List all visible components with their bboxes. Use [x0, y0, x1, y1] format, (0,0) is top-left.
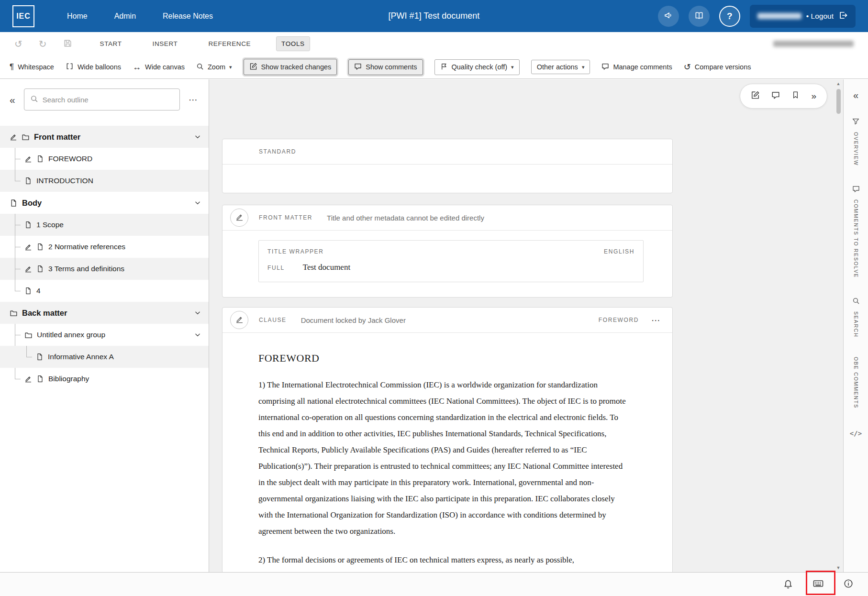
rail-tab-label: COMMENTS TO RESOLVE [853, 199, 859, 278]
zoom-dropdown[interactable]: Zoom ▾ [196, 63, 232, 72]
tree-connector [15, 148, 23, 170]
wide-balloons-button[interactable]: Wide balloons [66, 62, 121, 72]
ribbon-bar: ↺ ↻ START INSERT REFERENCE TOOLS [0, 32, 868, 55]
whitespace-button[interactable]: ¶ Whitespace [10, 62, 54, 72]
more-actions-button[interactable]: » [811, 91, 816, 101]
front-matter-card[interactable]: FRONT MATTER Title and other metadata ca… [222, 205, 673, 298]
announcements-button[interactable] [658, 6, 679, 27]
collapse-outline-button[interactable]: « [7, 93, 18, 107]
locked-icon [24, 375, 32, 383]
search-icon [852, 297, 860, 307]
redo-button[interactable]: ↻ [39, 39, 47, 49]
tab-reference[interactable]: REFERENCE [203, 37, 256, 51]
title-wrapper-box[interactable]: TITLE WRAPPER ENGLISH FULL Test document [258, 240, 644, 282]
search-outline-input[interactable] [43, 96, 174, 104]
document-icon [36, 375, 44, 383]
rail-tab-obe-comments[interactable]: OBE COMMENTS [853, 357, 859, 408]
tab-start[interactable]: START [95, 37, 127, 51]
scroll-down-icon[interactable]: ▼ [836, 563, 841, 572]
standard-card[interactable]: STANDARD [222, 139, 673, 193]
outline-item-body[interactable]: Body [0, 192, 209, 214]
save-button[interactable] [63, 39, 72, 49]
pilcrow-icon: ¶ [10, 62, 14, 72]
outline-item-back-matter[interactable]: Back matter [0, 302, 209, 324]
outline-item-normative-references[interactable]: 2 Normative references [0, 236, 209, 258]
main-area: « ⋯ Front matter [0, 79, 843, 572]
code-view-button[interactable]: </> [850, 430, 862, 437]
rail-tab-overview[interactable]: OVERVIEW [852, 117, 860, 166]
quality-check-dropdown[interactable]: Quality check (off) ▾ [434, 59, 520, 75]
outline-item-scope[interactable]: 1 Scope [0, 214, 209, 236]
chevron-down-icon[interactable] [191, 198, 204, 208]
rail-tab-comments-to-resolve[interactable]: COMMENTS TO RESOLVE [852, 185, 860, 278]
bookmark-icon [791, 91, 800, 101]
notifications-button[interactable] [783, 578, 793, 590]
search-icon [30, 95, 38, 105]
outline-item-clause-4[interactable]: 4 [0, 280, 209, 302]
info-button[interactable] [843, 578, 854, 590]
search-outline-box[interactable] [24, 88, 180, 110]
locked-avatar [230, 209, 248, 227]
clause-body[interactable]: FOREWORD 1) The International Electrotec… [223, 333, 672, 568]
keyboard-shortcuts-button[interactable] [812, 578, 824, 591]
locked-icon [235, 213, 244, 223]
other-actions-dropdown[interactable]: Other actions ▾ [531, 60, 590, 74]
bookmark-button[interactable] [791, 91, 800, 101]
clause-card[interactable]: CLAUSE Document locked by Jack Glover FO… [222, 307, 673, 572]
clause-options-button[interactable]: ⋯ [651, 315, 661, 326]
tree-connector [15, 258, 23, 280]
iec-logo[interactable]: IEC [12, 5, 34, 27]
edit-button[interactable] [751, 90, 760, 102]
logout-label[interactable]: • Logout [806, 12, 834, 21]
outline-item-label: 3 Terms and definitions [48, 265, 124, 273]
help-button[interactable]: ? [719, 6, 740, 27]
scrollbar-thumb[interactable] [836, 89, 841, 114]
document-canvas: STANDARD FRONT MATTER Title and other me… [209, 79, 843, 572]
outline-item-label: Bibliography [48, 375, 89, 383]
undo-button[interactable]: ↺ [14, 39, 22, 49]
tree-connector [15, 324, 23, 346]
language-label: ENGLISH [604, 248, 634, 255]
edit-box-icon [751, 90, 760, 102]
nav-release-notes[interactable]: Release Notes [163, 12, 213, 21]
outline-item-introduction[interactable]: INTRODUCTION [0, 170, 209, 192]
scroll-up-icon[interactable]: ▲ [836, 79, 841, 88]
outline-item-annex-group[interactable]: Untitled annex group [0, 324, 209, 346]
tab-insert[interactable]: INSERT [148, 37, 183, 51]
chevron-down-icon: ▾ [511, 64, 514, 70]
chevron-down-icon[interactable] [191, 330, 204, 340]
outline-item-terms-definitions[interactable]: 3 Terms and definitions [0, 258, 209, 280]
history-icon: ↺ [684, 62, 691, 72]
history-buttons: ↺ ↻ [14, 39, 72, 49]
chevron-down-icon[interactable] [191, 308, 204, 318]
tree-connector [15, 368, 23, 390]
documentation-button[interactable] [689, 6, 710, 27]
add-comment-button[interactable] [771, 91, 780, 102]
show-comments-toggle[interactable]: Show comments [348, 59, 423, 75]
wide-canvas-button[interactable]: ↔ Wide canvas [133, 62, 185, 72]
outline-item-label: FOREWORD [48, 155, 92, 163]
outline-item-foreword[interactable]: FOREWORD [0, 148, 209, 170]
rail-tab-label: SEARCH [853, 311, 859, 338]
tab-tools[interactable]: TOOLS [277, 37, 310, 51]
show-tracked-changes-toggle[interactable]: Show tracked changes [244, 59, 337, 75]
document-scrollbar[interactable]: ▲ ▼ [835, 79, 842, 572]
user-menu[interactable]: • Logout [750, 5, 856, 28]
document-icon [24, 287, 32, 295]
document-full-title[interactable]: Test document [303, 263, 350, 272]
outline-item-informative-annex-a[interactable]: Informative Annex A [0, 346, 209, 368]
document-icon [36, 243, 44, 251]
megaphone-icon [664, 11, 673, 22]
expand-panel-button[interactable]: « [853, 90, 858, 101]
outline-item-front-matter[interactable]: Front matter [0, 126, 209, 148]
rail-tab-search[interactable]: SEARCH [852, 297, 860, 338]
nav-admin[interactable]: Admin [114, 12, 136, 21]
nav-home[interactable]: Home [67, 12, 88, 21]
outline-item-bibliography[interactable]: Bibliography [0, 368, 209, 390]
compare-versions-button[interactable]: ↺ Compare versions [684, 62, 751, 72]
manage-comments-button[interactable]: Manage comments [601, 63, 672, 72]
section-label: FOREWORD [599, 317, 639, 323]
outline-options-button[interactable]: ⋯ [186, 92, 201, 107]
outline-item-label: 1 Scope [36, 221, 64, 229]
chevron-down-icon[interactable] [191, 132, 204, 142]
